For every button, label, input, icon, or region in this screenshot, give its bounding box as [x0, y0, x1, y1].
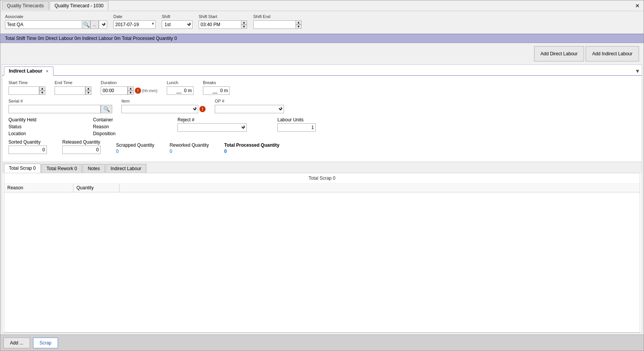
time-fields-row: Start Time ▲ ▼ End Time: [8, 80, 636, 95]
reason-label: Reason: [93, 124, 162, 129]
sorted-qty-col: Sorted Quantity: [8, 139, 47, 154]
quantities-row: Sorted Quantity Released Quantity Scrapp…: [8, 139, 636, 154]
col-qty-header: Quantity: [73, 184, 120, 192]
shift-select[interactable]: 1st 2nd 3rd: [162, 20, 193, 29]
item-select[interactable]: [121, 105, 198, 113]
end-time-up-btn[interactable]: ▲: [85, 86, 91, 91]
bottom-content: Total Scrap 0 Reason Quantity: [4, 173, 640, 333]
item-label: Item: [121, 99, 206, 103]
duration-info-icon[interactable]: !: [135, 88, 141, 94]
duration-label: Duration: [101, 80, 158, 85]
indirect-labour-tab[interactable]: Indirect Labour ×: [4, 66, 53, 76]
scrap-button[interactable]: Scrap: [33, 338, 58, 348]
lunch-label: Lunch: [167, 80, 194, 85]
labour-units-label: Labour Units: [277, 117, 316, 123]
scrapped-qty-label: Scrapped Quantity: [116, 142, 154, 148]
op-label: OP #: [215, 99, 284, 103]
add-button[interactable]: Add ...: [3, 338, 30, 348]
duration-down-btn[interactable]: ▼: [128, 91, 134, 95]
serial-input[interactable]: [8, 105, 101, 113]
start-time-input[interactable]: [8, 86, 39, 95]
start-time-down-btn[interactable]: ▼: [39, 91, 45, 95]
serial-search-btn[interactable]: 🔍: [101, 105, 112, 113]
reject-label: Reject #: [178, 117, 247, 123]
sorted-qty-label: Sorted Quantity: [8, 139, 47, 145]
shift-end-down-btn[interactable]: ▼: [295, 25, 302, 29]
bottom-table-header: Reason Quantity: [4, 184, 640, 192]
breaks-input[interactable]: [203, 86, 230, 95]
breaks-label: Breaks: [203, 80, 230, 85]
released-qty-col: Released Quantity: [62, 139, 101, 154]
end-time-input[interactable]: [55, 86, 85, 95]
date-label: Date: [113, 14, 156, 19]
panel-dropdown-arrow[interactable]: ▼: [635, 68, 640, 74]
associate-label: Associate: [5, 14, 107, 19]
meta-labels-row: Quantity Held Status Location Container …: [8, 117, 636, 136]
col-reason-header: Reason: [4, 184, 73, 192]
toolbar: Add Direct Labour Add Indirect Labour: [0, 43, 644, 65]
duration-up-btn[interactable]: ▲: [128, 86, 134, 91]
item-info-icon[interactable]: !: [199, 106, 206, 112]
serial-label: Serial #: [8, 99, 112, 103]
title-bar: Quality Timecards Quality Timecard - 103…: [0, 0, 644, 11]
add-direct-labour-button[interactable]: Add Direct Labour: [534, 46, 584, 61]
shift-start-input[interactable]: [199, 20, 241, 29]
tab-indirect-labour[interactable]: Indirect Labour: [106, 164, 146, 173]
associate-select[interactable]: [99, 20, 107, 29]
main-window: Quality Timecards Quality Timecard - 103…: [0, 0, 644, 351]
item-field: Item !: [121, 99, 206, 113]
panel-tab-close-icon[interactable]: ×: [46, 69, 48, 73]
shift-start-field: Shift Start ▲ ▼: [199, 14, 247, 29]
footer: Add ... Scrap: [0, 334, 644, 351]
duration-input[interactable]: [101, 86, 128, 95]
released-qty-label: Released Quantity: [62, 139, 101, 145]
end-time-down-btn[interactable]: ▼: [85, 91, 91, 95]
shift-end-up-btn[interactable]: ▲: [295, 20, 302, 25]
lunch-field: Lunch: [167, 80, 194, 95]
labour-tab-panel: Indirect Labour × ▼ Start Time ▲: [2, 65, 642, 333]
status-label: Status: [8, 124, 78, 129]
labour-units-input[interactable]: [277, 123, 316, 132]
serial-field: Serial # 🔍: [8, 99, 112, 113]
top-form: Associate 🔍 ... Date ▼: [0, 11, 644, 34]
reworked-qty-label: Reworked Quantity: [169, 142, 209, 148]
shift-label: Shift: [162, 14, 193, 19]
associate-search-btn[interactable]: 🔍: [82, 20, 90, 29]
status-bar: Total Shift Time 0m Direct Labour 0m Ind…: [0, 34, 644, 43]
shift-field: Shift 1st 2nd 3rd ▼: [162, 14, 193, 29]
reject-select[interactable]: [178, 123, 247, 132]
shift-start-down-btn[interactable]: ▼: [241, 25, 247, 29]
lunch-input[interactable]: [167, 86, 194, 95]
qty-held-label: Quantity Held: [8, 117, 78, 123]
add-indirect-labour-button[interactable]: Add Indirect Labour: [586, 46, 639, 61]
tab-total-rework[interactable]: Total Rework 0: [41, 164, 82, 173]
date-input[interactable]: [113, 20, 156, 29]
breaks-field: Breaks: [203, 80, 230, 95]
labour-form: Start Time ▲ ▼ End Time: [2, 76, 642, 162]
tab-quality-timecards[interactable]: Quality Timecards: [2, 1, 49, 10]
scrapped-qty-col: Scrapped Quantity 0: [116, 142, 154, 154]
shift-end-input[interactable]: [253, 20, 295, 29]
sorted-qty-input[interactable]: [8, 146, 47, 154]
shift-start-label: Shift Start: [199, 14, 247, 19]
released-qty-input[interactable]: [62, 146, 101, 154]
bottom-table-title: Total Scrap 0: [4, 173, 640, 184]
associate-input[interactable]: [5, 20, 82, 29]
date-field: Date ▼: [113, 14, 156, 29]
shift-end-field: Shift End ▲ ▼: [253, 14, 302, 29]
tab-quality-timecard-1030[interactable]: Quality Timecard - 1030: [50, 1, 108, 10]
tab-total-scrap[interactable]: Total Scrap 0: [4, 164, 41, 173]
end-time-label: End Time: [55, 80, 91, 85]
serial-item-row: Serial # 🔍 Item: [8, 99, 636, 113]
op-select[interactable]: [215, 105, 284, 113]
status-text: Total Shift Time 0m Direct Labour 0m Ind…: [5, 36, 177, 41]
associate-browse-btn[interactable]: ...: [90, 20, 99, 29]
shift-end-label: Shift End: [253, 14, 302, 19]
reworked-qty-col: Reworked Quantity 0: [169, 142, 209, 154]
start-time-up-btn[interactable]: ▲: [39, 86, 45, 91]
tab-notes[interactable]: Notes: [83, 164, 105, 173]
start-time-label: Start Time: [8, 80, 45, 85]
close-button[interactable]: ✕: [633, 2, 642, 10]
shift-start-up-btn[interactable]: ▲: [241, 20, 247, 25]
location-label: Location: [8, 131, 78, 136]
